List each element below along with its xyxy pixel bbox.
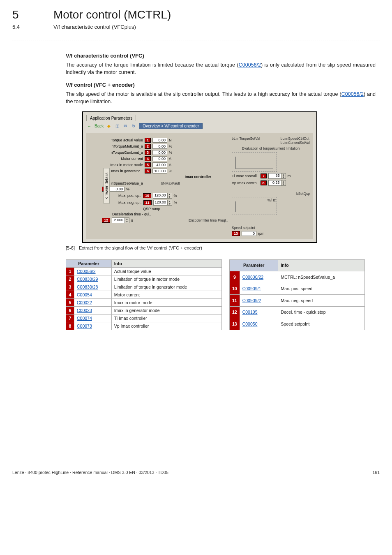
unit: A [169,163,171,167]
param-cell: C00054 [74,291,112,298]
table-row: 9C00830/22MCTRL: nSpeedSetValue_a [230,271,365,283]
decel-spinner[interactable]: 2.000▲▼ [112,217,129,223]
param-link[interactable]: C00054 [77,292,92,297]
back-label[interactable]: Back [95,124,104,128]
torque-actual-value: 0.00 [152,138,167,143]
bnmax-tag: bNMaxFault [161,181,180,185]
figure-id: [5-6] [66,245,75,250]
figure-caption: Extract from the signal flow of the V/f … [79,245,202,250]
param-cell: C00074 [74,314,112,322]
unit: % [169,144,172,148]
label: Max. pos. sp.. [118,194,141,198]
row-number: 8 [66,322,74,330]
param-link[interactable]: C00056/2 [341,91,364,97]
mini-graph-torque [232,152,277,172]
toolbar: ← Back ◆ ◫ ✉ ↻ Overview > V/f control en… [83,121,316,131]
label: Torque actual value [102,138,143,142]
row-number: 11 [230,295,240,307]
badge-4: 4 [145,156,151,161]
speed-setpoint-value: 0 [242,231,256,236]
table-row: 5C00022Imax in motor mode [66,298,222,306]
motor-current-value: 0.00 [152,156,167,161]
unit: m [288,174,291,178]
param-link[interactable]: C00056/2 [77,269,96,274]
label: Ti Imax controll.. [232,174,259,178]
table-row: 13C00050Speed setpoint [230,318,365,330]
refresh-icon[interactable]: ↻ [131,123,136,129]
row-number: 9 [230,271,240,283]
window-icon[interactable]: ◫ [114,123,120,129]
tab-application-parameters[interactable]: Application Parameters [86,115,136,121]
th-parameter: Parameter [66,259,112,267]
badge-8: 8 [261,180,267,185]
badge-7: 7 [261,173,267,178]
enc-filt-label: Encoder filter time Freql.. [189,218,228,222]
text: The accuracy of the torque limitation is… [66,62,239,68]
param-cell: C00909/1 [240,283,278,295]
breadcrumb[interactable]: Overview > V/f control encoder [139,123,203,129]
info-cell: MCTRL: nSpeedSetValue_a [278,271,365,283]
param-cell: C00050 [240,318,278,330]
param-link[interactable]: C00022 [77,300,92,305]
table-row: 2C00830/29Limitation of torque in motor … [66,275,222,283]
param-cell: C00909/2 [240,295,278,307]
param-link[interactable]: C00023 [77,308,92,313]
parameter-tables: Parameter Info 1C00056/2Actual torque va… [66,259,376,330]
param-link[interactable]: C00105 [242,310,258,314]
vp-spinner[interactable]: 0.25▲▼ [268,180,286,186]
param-link[interactable]: C00073 [77,324,92,328]
param-cell: C00022 [74,298,112,306]
th-info: Info [111,259,221,267]
mail-icon[interactable]: ✉ [122,123,128,129]
row-number: 12 [230,306,240,318]
badge-11: 11 [143,200,152,205]
maxpos-spinner[interactable]: 120.00▲▼ [153,193,172,199]
param-link[interactable]: C00830/22 [242,275,263,280]
param-link[interactable]: C00074 [77,316,92,321]
param-link[interactable]: C00050 [242,321,258,326]
param-cell: C00830/22 [240,271,278,283]
param-cell: C00830/29 [74,275,112,283]
info-cell: Ti Imax controller [111,314,221,322]
info-cell: Max. pos. speed [278,283,365,295]
ti-spinner[interactable]: 65▲▼ [268,173,286,179]
unit: % [126,187,129,191]
imax-gen-value: 100.00 [152,169,167,173]
unit: % [169,150,172,155]
maxneg-spinner[interactable]: 120.00▲▼ [153,200,173,206]
param-link[interactable]: C00830/28 [77,284,98,289]
info-cell: Imax in generator mode [111,306,221,314]
label: Motor current [102,157,143,161]
bsetqsp-tag: bSetQsp [296,192,310,196]
unit: rpm [258,231,265,236]
info-cell: Motor current [111,291,221,298]
ntorq-mot-value: 0.00 [152,144,167,149]
main-pane: < fewer details Torque actual value 1 0.… [86,133,313,239]
diamond-icon[interactable]: ◆ [106,123,112,129]
param-link[interactable]: C00056/2 [239,62,261,68]
unit: % [174,194,177,198]
info-cell: Speed setpoint [278,318,365,330]
param-link[interactable]: C00909/1 [242,286,261,291]
badge-2: 2 [145,144,151,149]
row-number: 10 [230,283,240,295]
chapter-number: 5 [12,8,53,21]
back-arrow-icon[interactable]: ← [86,123,92,129]
param-link[interactable]: C00830/29 [77,277,98,282]
imax-controller-title: Imax controller [102,175,228,179]
fewer-details-toggle[interactable]: < fewer details [104,168,110,204]
tab-bar: Application Parameters [83,112,316,121]
footer-text: Lenze · 8400 protec HighLine · Reference… [12,470,168,475]
hz-label: %/Hz [267,198,276,202]
unit: s [131,218,133,222]
imax-mot-value: 47.00 [152,162,167,167]
btorq-tag: bLimTorqueSetVal [232,136,260,145]
badge-5: 5 [145,162,151,167]
info-cell: Imax in motor mode [111,298,221,306]
param-link[interactable]: C00909/2 [242,298,261,303]
label: Vp Imax contro.. [232,181,259,185]
vfcenc-paragraph: The slip speed of the motor is available… [66,90,376,105]
label: nTorqueGenLimit_a [102,150,143,155]
vfc-paragraph: The accuracy of the torque limitation is… [66,61,376,76]
speed-setpoint-label: Speed setpoint [232,226,255,230]
